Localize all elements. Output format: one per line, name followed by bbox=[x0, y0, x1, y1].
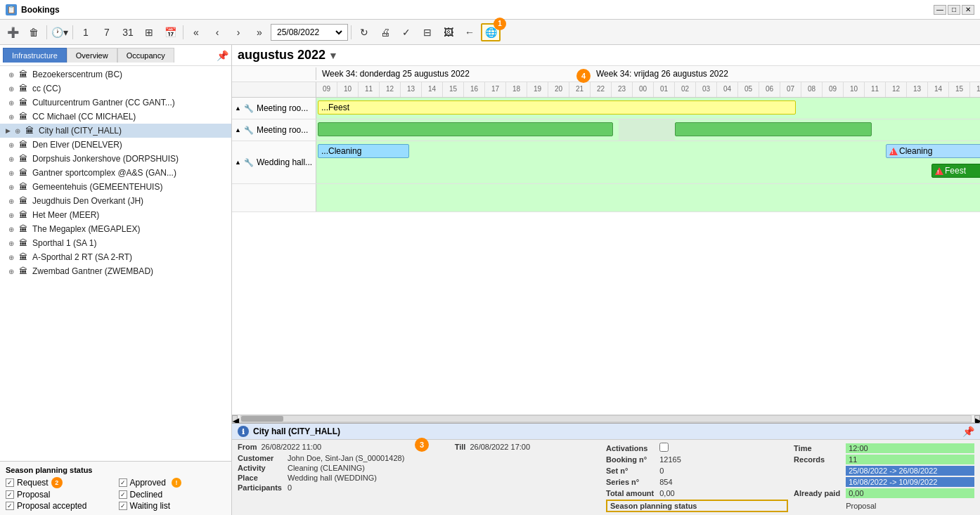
info-pin-icon[interactable]: 📌 bbox=[962, 426, 974, 437]
tree-item-ccmichael[interactable]: ⊕ 🏛 CC Michael (CC MICHAEL) bbox=[0, 110, 231, 124]
globe-button[interactable]: 🌐 1 bbox=[481, 23, 501, 41]
cal-day-button[interactable]: 1 bbox=[76, 23, 96, 41]
tree-item-jeugdhuis[interactable]: ⊕ 🏛 Jeugdhuis Den Overkant (JH) bbox=[0, 194, 231, 208]
cal-grid-button[interactable]: ⊞ bbox=[139, 23, 159, 41]
tab-infrastructure[interactable]: Infrastructure bbox=[3, 48, 67, 63]
back-button[interactable]: ← bbox=[460, 23, 479, 41]
nav-first-button[interactable]: « bbox=[186, 23, 206, 41]
nav-next-button[interactable]: › bbox=[228, 23, 248, 41]
hour-11: 11 bbox=[359, 82, 380, 97]
booking-cleaning-top[interactable]: Cleaning bbox=[886, 144, 980, 158]
hour-02: 02 bbox=[675, 82, 696, 97]
tree-item-megaplex[interactable]: ⊕ 🏛 The Megaplex (MEGAPLEX) bbox=[0, 222, 231, 236]
season-status: Season planning status Request 2 Approve… bbox=[0, 461, 231, 515]
date-range-1: 25/08/2022 -> 26/08/2022 bbox=[846, 466, 974, 476]
tree-item-cc[interactable]: ⊕ 🏛 cc (CC) bbox=[0, 82, 231, 96]
refresh-button[interactable]: ↻ bbox=[354, 23, 374, 41]
scroll-left-btn[interactable]: ◀ bbox=[232, 415, 238, 422]
checkbox-proposal[interactable] bbox=[6, 490, 14, 499]
paid-value: 0,00 bbox=[846, 488, 974, 498]
info-panel-header: ℹ City hall (CITY_HALL) 📌 bbox=[232, 424, 980, 440]
check-button[interactable]: ✓ bbox=[396, 23, 416, 41]
checkbox-declined[interactable] bbox=[119, 490, 127, 499]
building-icon: 🏛 bbox=[17, 195, 30, 207]
annotation-1: 1 bbox=[494, 18, 506, 30]
booking-label: ...Feest bbox=[321, 103, 349, 112]
print-button[interactable]: 🖨 bbox=[375, 23, 395, 41]
tree-label: Dorpshuis Jonkershove (DORPSHUIS) bbox=[32, 154, 179, 164]
separator-2 bbox=[72, 25, 73, 39]
info-right-col: Activations Time 12:00 Booking n° 12165 … bbox=[606, 443, 974, 512]
left-panel: Infrastructure Overview Occupancy 📌 ⊕ 🏛 … bbox=[0, 45, 232, 515]
checkbox-proposal-accepted[interactable] bbox=[6, 502, 14, 510]
expand-icon: ⊕ bbox=[6, 237, 17, 249]
building-icon: 🏛 bbox=[17, 83, 30, 94]
tree-item-gemeentehuis[interactable]: ⊕ 🏛 Gemeentehuis (GEMEENTEHUIS) bbox=[0, 180, 231, 194]
date-dropdown[interactable]: 25/08/2022 bbox=[274, 27, 344, 38]
season-value: Proposal bbox=[846, 502, 974, 510]
booking-label-cleaning-top: Cleaning bbox=[899, 146, 932, 156]
tree-label: Gemeentehuis (GEMEENTEHUIS) bbox=[32, 182, 162, 192]
info-panel-title: City hall (CITY_HALL) bbox=[253, 426, 340, 436]
building-icon: 🏛 bbox=[17, 266, 30, 277]
activations-checkbox[interactable] bbox=[659, 443, 669, 452]
scrollbar-track[interactable] bbox=[240, 415, 972, 422]
separator-3 bbox=[183, 25, 183, 39]
activations-value bbox=[659, 443, 788, 453]
tree-item-sporthal2[interactable]: ⊕ 🏛 A-Sporthal 2 RT (SA 2-RT) bbox=[0, 250, 231, 264]
delete-button[interactable]: 🗑 bbox=[24, 23, 44, 41]
tree-item-cityhall[interactable]: ▶ ⊕ 🏛 City hall (CITY_HALL) bbox=[0, 124, 231, 138]
booking-feest-1[interactable]: ...Feest bbox=[318, 100, 796, 115]
pin-icon[interactable]: 📌 bbox=[217, 50, 228, 61]
tree-item-zwembad[interactable]: ⊕ 🏛 Zwembad Gantner (ZWEMBAD) bbox=[0, 264, 231, 278]
till-label: Till bbox=[455, 443, 466, 451]
tree-item-dorpshuis[interactable]: ⊕ 🏛 Dorpshuis Jonkershove (DORPSHUIS) bbox=[0, 152, 231, 166]
checkbox-request[interactable] bbox=[6, 478, 14, 487]
row-content-3: ...Cleaning Cleaning Feest 5 bbox=[316, 141, 980, 183]
info-body: From 26/08/2022 11:00 Till 26/08/2022 17… bbox=[232, 440, 980, 515]
tree-item-bezoekerscentrum[interactable]: ⊕ 🏛 Bezoekerscentrum (BC) bbox=[0, 67, 231, 82]
building-icon: 🏛 bbox=[17, 252, 30, 263]
booking-cyan-row2[interactable] bbox=[675, 122, 872, 136]
building-icon: 🏛 bbox=[17, 139, 30, 150]
row-label-3: ▲ 🔧 Wedding hall... bbox=[232, 141, 316, 183]
hour-09b: 09 bbox=[823, 82, 844, 97]
close-button[interactable]: ✕ bbox=[962, 5, 974, 15]
expand-icon: ⊕ bbox=[6, 167, 17, 178]
nav-last-button[interactable]: » bbox=[250, 23, 269, 41]
cal-month-button[interactable]: 31 bbox=[118, 23, 138, 41]
tree-item-gantner[interactable]: ⊕ 🏛 Gantner sportcomplex @A&S (GAN...) bbox=[0, 166, 231, 180]
date-selector[interactable]: 25/08/2022 bbox=[271, 24, 348, 41]
month-dropdown-icon[interactable]: ▼ bbox=[328, 50, 338, 61]
season-label-waiting: Waiting list bbox=[130, 501, 171, 511]
calendar-button[interactable]: 📅 bbox=[160, 23, 180, 41]
maximize-button[interactable]: □ bbox=[948, 5, 960, 15]
booking-feest-dark[interactable]: Feest bbox=[931, 164, 980, 178]
tree-item-hetmeer[interactable]: ⊕ 🏛 Het Meer (MEER) bbox=[0, 208, 231, 222]
tree-item-sporthal1[interactable]: ⊕ 🏛 Sporthal 1 (SA 1) bbox=[0, 236, 231, 250]
tree-item-cultuurcentrum[interactable]: ⊕ 🏛 Cultuurcentrum Gantner (CC GANT...) bbox=[0, 96, 231, 110]
tab-overview[interactable]: Overview bbox=[67, 48, 117, 63]
add-button[interactable]: ➕ bbox=[3, 23, 22, 41]
tree-label: Cultuurcentrum Gantner (CC GANT...) bbox=[32, 98, 175, 107]
minimize-button[interactable]: — bbox=[934, 5, 946, 15]
tree-item-denelver[interactable]: ⊕ 🏛 Den Elver (DENELVER) bbox=[0, 138, 231, 152]
tab-strip: Infrastructure Overview Occupancy bbox=[3, 48, 174, 63]
grid-view-button[interactable]: ⊟ bbox=[418, 23, 437, 41]
week-label-spacer bbox=[232, 67, 316, 80]
scroll-right-btn[interactable]: ▶ bbox=[974, 415, 980, 422]
cal-week-button[interactable]: 7 bbox=[97, 23, 117, 41]
booking-cleaning-cyan[interactable]: ...Cleaning bbox=[318, 144, 409, 158]
warn-icon-feest bbox=[935, 167, 943, 175]
place-value: Wedding hall (WEDDING) bbox=[288, 474, 595, 482]
scrollbar-thumb[interactable] bbox=[241, 416, 283, 422]
month-title: augustus 2022 bbox=[238, 48, 325, 63]
tab-occupancy[interactable]: Occupancy bbox=[117, 48, 174, 63]
horizontal-scrollbar[interactable]: ◀ ▶ bbox=[232, 415, 980, 423]
checkbox-waiting[interactable] bbox=[119, 502, 127, 510]
nav-prev-button[interactable]: ‹ bbox=[207, 23, 227, 41]
checkbox-approved[interactable] bbox=[119, 478, 127, 487]
image-button[interactable]: 🖼 bbox=[439, 23, 458, 41]
booking-green-1[interactable] bbox=[318, 122, 613, 136]
clock-button[interactable]: 🕐▾ bbox=[50, 23, 70, 41]
